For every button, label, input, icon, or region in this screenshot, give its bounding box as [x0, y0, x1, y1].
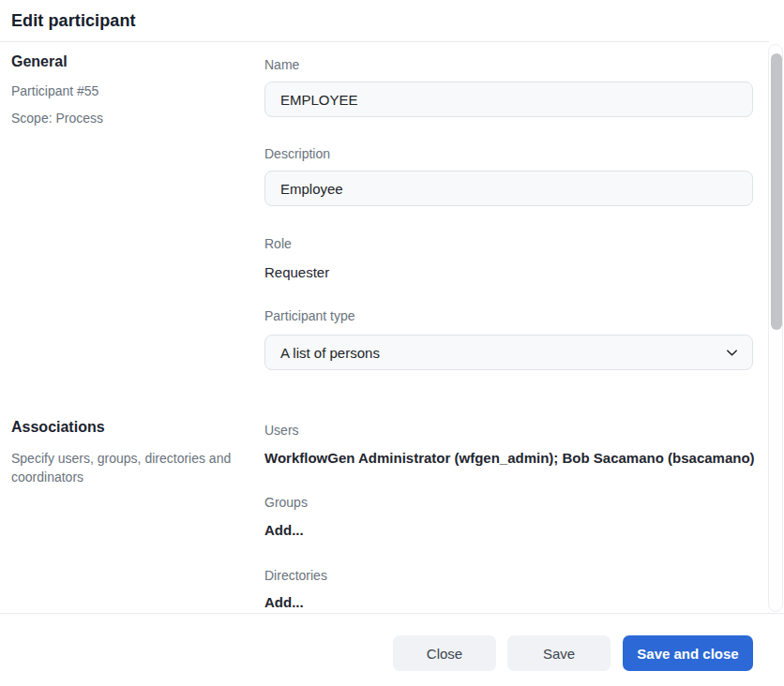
role-value: Requester [264, 264, 329, 280]
name-label: Name [264, 57, 299, 72]
users-value-link[interactable]: WorkflowGen Administrator (wfgen_admin);… [264, 450, 755, 466]
groups-add-link[interactable]: Add... [264, 522, 304, 538]
role-label: Role [264, 236, 292, 251]
chevron-down-icon [725, 346, 739, 360]
close-button[interactable]: Close [393, 635, 496, 671]
participant-scope: Scope: Process [11, 111, 103, 126]
description-label: Description [264, 146, 330, 161]
participant-number: Participant #55 [11, 83, 98, 98]
dialog-header: Edit participant [0, 0, 769, 42]
participant-type-selected-value: A list of persons [280, 345, 380, 361]
general-section-heading: General [11, 53, 68, 70]
directories-add-link[interactable]: Add... [264, 594, 304, 610]
participant-type-label: Participant type [264, 308, 355, 323]
associations-description: Specify users, groups, directories and c… [11, 449, 236, 486]
dialog-footer: Close Save Save and close [0, 613, 784, 686]
associations-section-heading: Associations [11, 419, 105, 436]
scrollbar-thumb[interactable] [771, 53, 782, 330]
description-input[interactable] [264, 171, 753, 206]
name-input[interactable] [264, 82, 753, 117]
save-and-close-button[interactable]: Save and close [623, 635, 753, 671]
dialog-title: Edit participant [11, 11, 136, 31]
edit-participant-dialog: Edit participant General Participant #55… [0, 0, 784, 686]
save-button[interactable]: Save [507, 635, 611, 671]
groups-label: Groups [264, 495, 308, 510]
participant-type-select[interactable]: A list of persons [264, 335, 753, 370]
users-label: Users [264, 423, 299, 438]
directories-label: Directories [264, 568, 327, 583]
